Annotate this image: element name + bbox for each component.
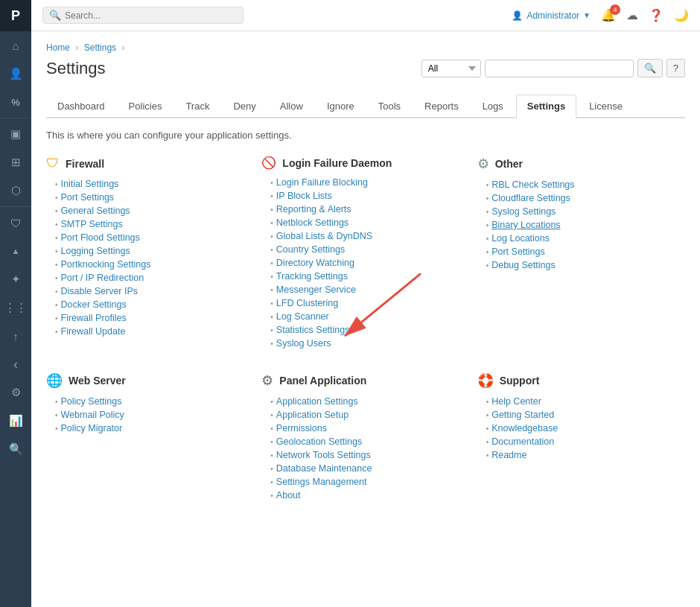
list-item: Port Settings: [55, 191, 246, 204]
filter-search-button[interactable]: 🔍: [637, 59, 663, 77]
sidebar-item-search[interactable]: 🔍: [0, 435, 31, 463]
link-general-settings[interactable]: General Settings: [61, 206, 130, 216]
link-docker-settings[interactable]: Docker Settings: [61, 299, 127, 310]
link-syslog-settings[interactable]: Syslog Settings: [491, 206, 556, 217]
link-ip-block-lists[interactable]: IP Block Lists: [276, 191, 332, 201]
link-syslog-users[interactable]: Syslog Users: [276, 338, 331, 349]
link-smtp-settings[interactable]: SMTP Settings: [61, 219, 123, 229]
tab-settings[interactable]: Settings: [516, 95, 576, 118]
link-portknocking-settings[interactable]: Portknocking Settings: [61, 259, 151, 270]
link-messenger-service[interactable]: Messenger Service: [276, 285, 356, 295]
link-debug-settings[interactable]: Debug Settings: [491, 260, 555, 270]
breadcrumb-settings[interactable]: Settings: [84, 42, 116, 53]
tab-track[interactable]: Track: [174, 95, 220, 117]
link-application-setup[interactable]: Application Setup: [276, 410, 349, 420]
link-rbl-check-settings[interactable]: RBL Check Settings: [491, 179, 574, 190]
breadcrumb: Home › Settings ›: [46, 42, 685, 53]
search-input[interactable]: [65, 10, 237, 21]
sidebar-item-chart[interactable]: 📊: [0, 407, 31, 435]
notifications-button[interactable]: 🔔 4: [601, 8, 616, 22]
link-global-lists-dyndns[interactable]: Global Lists & DynDNS: [276, 231, 372, 241]
link-lfd-clustering[interactable]: LFD Clustering: [276, 298, 338, 308]
link-log-locations[interactable]: Log Locations: [491, 233, 550, 244]
link-country-settings[interactable]: Country Settings: [276, 244, 345, 255]
link-policy-settings[interactable]: Policy Settings: [61, 396, 122, 407]
breadcrumb-home[interactable]: Home: [46, 42, 70, 53]
tab-policies[interactable]: Policies: [118, 95, 174, 117]
tab-ignore[interactable]: Ignore: [316, 95, 366, 117]
link-firewall-update[interactable]: Firewall Update: [61, 326, 126, 337]
user-menu[interactable]: 👤 Administrator ▼: [512, 10, 591, 21]
link-directory-watching[interactable]: Directory Watching: [276, 258, 354, 268]
link-reporting-alerts[interactable]: Reporting & Alerts: [276, 204, 351, 214]
link-binary-locations[interactable]: Binary Locations: [491, 220, 560, 230]
link-documentation[interactable]: Documentation: [491, 436, 554, 447]
tab-tools[interactable]: Tools: [367, 95, 412, 117]
tab-deny[interactable]: Deny: [222, 95, 267, 117]
link-database-maintenance[interactable]: Database Maintenance: [276, 463, 372, 474]
tab-allow[interactable]: Allow: [269, 95, 314, 117]
list-item: Reporting & Alerts: [270, 203, 462, 216]
sidebar-item-cog[interactable]: ⚙: [0, 378, 31, 407]
link-logging-settings[interactable]: Logging Settings: [61, 246, 130, 256]
sidebar-item-layers[interactable]: ⬡: [0, 177, 31, 205]
tab-license[interactable]: License: [578, 95, 634, 117]
filter-help-button[interactable]: ?: [666, 59, 685, 77]
link-tracking-settings[interactable]: Tracking Settings: [276, 271, 348, 282]
link-knowledgebase[interactable]: Knowledgebase: [491, 423, 558, 433]
list-item: Getting Started: [486, 408, 678, 422]
link-about[interactable]: About: [276, 490, 301, 500]
search-bar[interactable]: 🔍: [42, 7, 244, 24]
lfd-icon: 🚫: [261, 156, 276, 170]
link-login-failure-blocking[interactable]: Login Failure Blocking: [276, 177, 368, 188]
sidebar-item-percent[interactable]: %: [0, 88, 31, 116]
sidebar-item-star[interactable]: ✦: [0, 265, 31, 293]
link-other-port-settings[interactable]: Port Settings: [491, 247, 545, 257]
sidebar-item-home[interactable]: ⌂: [0, 31, 31, 60]
link-cloudflare-settings[interactable]: Cloudflare Settings: [491, 193, 570, 203]
help-button[interactable]: ❓: [649, 8, 664, 22]
sidebar-item-location[interactable]: ▲: [0, 237, 31, 265]
filter-select[interactable]: All: [421, 60, 481, 77]
filter-input[interactable]: [485, 60, 634, 77]
link-network-tools-settings[interactable]: Network Tools Settings: [276, 450, 371, 460]
theme-button[interactable]: 🌙: [674, 8, 689, 22]
link-policy-migrator[interactable]: Policy Migrator: [61, 423, 123, 433]
sidebar-chevron[interactable]: ‹: [0, 350, 31, 378]
link-help-center[interactable]: Help Center: [491, 396, 541, 407]
link-settings-management[interactable]: Settings Management: [276, 477, 367, 487]
search-icon: 🔍: [49, 10, 61, 21]
cloud-button[interactable]: ☁: [626, 8, 638, 22]
tab-logs[interactable]: Logs: [471, 95, 515, 117]
sidebar-item-upload[interactable]: ↑: [0, 322, 31, 350]
link-permissions[interactable]: Permissions: [276, 423, 327, 433]
link-webmail-policy[interactable]: Webmail Policy: [61, 410, 124, 420]
link-geolocation-settings[interactable]: Geolocation Settings: [276, 436, 362, 447]
list-item: Global Lists & DynDNS: [270, 229, 462, 243]
sidebar-item-apps[interactable]: ⋮⋮: [0, 293, 31, 322]
sidebar-divider-1: [0, 118, 31, 118]
link-initial-settings[interactable]: Initial Settings: [61, 179, 119, 189]
list-item: Logging Settings: [55, 244, 246, 258]
tab-dashboard[interactable]: Dashboard: [46, 95, 116, 117]
sidebar-item-box[interactable]: ▣: [0, 120, 31, 148]
list-item: Tracking Settings: [270, 270, 462, 283]
link-getting-started[interactable]: Getting Started: [491, 410, 554, 420]
link-disable-server-ips[interactable]: Disable Server IPs: [61, 286, 139, 296]
link-port-ip-redirection[interactable]: Port / IP Redirection: [61, 273, 144, 283]
link-port-settings[interactable]: Port Settings: [61, 192, 115, 203]
link-readme[interactable]: Readme: [491, 450, 526, 460]
link-netblock-settings[interactable]: Netblock Settings: [276, 217, 349, 228]
section-header-lfd: 🚫 Login Failure Daemon: [261, 156, 462, 170]
sidebar-item-shield[interactable]: 🛡: [0, 209, 31, 237]
lfd-links: Login Failure Blocking IP Block Lists Re…: [261, 176, 462, 350]
link-log-scanner[interactable]: Log Scanner: [276, 311, 329, 322]
link-application-settings[interactable]: Application Settings: [276, 396, 358, 407]
link-firewall-profiles[interactable]: Firewall Profiles: [61, 313, 127, 323]
tab-reports[interactable]: Reports: [413, 95, 470, 117]
list-item: Port Settings: [486, 245, 678, 258]
link-port-flood-settings[interactable]: Port Flood Settings: [61, 232, 140, 243]
link-statistics-settings[interactable]: Statistics Settings: [276, 325, 350, 335]
sidebar-item-user[interactable]: 👤: [0, 60, 31, 88]
sidebar-item-grid[interactable]: ⊞: [0, 148, 31, 177]
